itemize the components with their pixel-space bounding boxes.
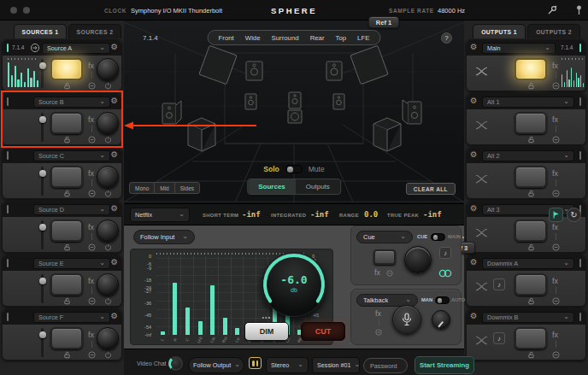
- cue-toggle-right-label[interactable]: MAIN: [448, 234, 461, 239]
- fx-label[interactable]: fx: [88, 115, 94, 124]
- drag-dots-icon[interactable]: [262, 317, 271, 319]
- lock-icon[interactable]: [63, 243, 71, 251]
- fx-label[interactable]: fx: [88, 331, 94, 339]
- cut-button[interactable]: CUT: [301, 322, 345, 341]
- music-note-icon[interactable]: ♪: [493, 332, 505, 344]
- power-icon[interactable]: [104, 190, 112, 197]
- level-slider[interactable]: [41, 113, 44, 142]
- tab-outputs-1[interactable]: OUTPUTS 1: [473, 24, 526, 38]
- level-knob[interactable]: [97, 166, 119, 188]
- dim-button[interactable]: DIM: [244, 322, 289, 341]
- video-chat-knob[interactable]: [168, 356, 183, 371]
- output-select[interactable]: Downmix A⌄: [482, 258, 574, 269]
- crossfeed-icon[interactable]: [475, 174, 488, 184]
- fx-label[interactable]: fx: [552, 223, 558, 231]
- cue-level-knob[interactable]: [404, 246, 432, 273]
- crossfeed-icon[interactable]: [475, 67, 488, 76]
- view-tab-lfe[interactable]: LFE: [357, 34, 369, 42]
- level-slider[interactable]: [41, 274, 44, 303]
- view-tab-top[interactable]: Top: [336, 34, 347, 42]
- level-slider[interactable]: [41, 220, 44, 249]
- monitor-pad-button[interactable]: [514, 166, 547, 188]
- monitor-pad-button[interactable]: [514, 220, 547, 242]
- tab-outputs-mode[interactable]: Outputs: [296, 179, 340, 194]
- video-chat-output-select[interactable]: Follow Output⌄: [188, 357, 244, 373]
- fx-label[interactable]: fx: [88, 223, 94, 231]
- music-note-icon[interactable]: ♪: [493, 278, 505, 290]
- lock-icon[interactable]: [63, 297, 71, 305]
- start-streaming-button[interactable]: Start Streaming: [415, 356, 474, 374]
- monitor-pad-button[interactable]: [514, 112, 547, 134]
- level-knob[interactable]: [97, 58, 119, 80]
- source-select[interactable]: Source A⌄: [42, 43, 110, 54]
- power-icon[interactable]: [104, 351, 112, 359]
- power-icon[interactable]: [104, 297, 112, 305]
- gear-icon[interactable]: ⚙: [470, 43, 478, 51]
- power-icon[interactable]: [104, 82, 112, 90]
- gear-icon[interactable]: ⚙: [110, 204, 118, 213]
- monitor-pad-button[interactable]: [514, 58, 547, 80]
- gear-icon[interactable]: ⚙: [470, 204, 478, 213]
- monitor-pad-button[interactable]: [514, 327, 547, 349]
- bypass-icon[interactable]: [88, 243, 96, 251]
- speaker-room-visualizer[interactable]: 7.1.4 Front Wide Surround Rear Top LFE ?…: [124, 21, 464, 203]
- level-knob[interactable]: [97, 112, 119, 134]
- power-icon[interactable]: [104, 136, 112, 144]
- mono-button[interactable]: Mono: [130, 183, 155, 193]
- crossfeed-icon[interactable]: [475, 336, 488, 345]
- fx-label[interactable]: fx: [552, 169, 558, 178]
- source-select[interactable]: Source F⌄: [33, 312, 110, 323]
- solo-mute-toggle[interactable]: [285, 165, 303, 173]
- level-slider[interactable]: [41, 59, 44, 88]
- fx-label[interactable]: fx: [552, 331, 558, 339]
- crossfeed-icon[interactable]: [475, 282, 488, 291]
- binaural-icon[interactable]: [438, 269, 453, 278]
- monitor-pad-button[interactable]: [514, 273, 547, 296]
- music-note-icon[interactable]: ♪: [439, 247, 451, 259]
- clear-all-button[interactable]: CLEAR ALL: [406, 183, 456, 195]
- level-knob[interactable]: [97, 327, 119, 349]
- view-tab-surround[interactable]: Surround: [272, 34, 299, 42]
- lock-icon[interactable]: [63, 351, 71, 359]
- level-slider[interactable]: [41, 328, 44, 357]
- sides-button[interactable]: Sides: [175, 183, 199, 193]
- view-tab-front[interactable]: Front: [219, 34, 234, 42]
- monitor-input-select[interactable]: Follow Input⌄: [133, 230, 195, 244]
- output-select[interactable]: Downmix B⌄: [482, 312, 574, 323]
- gear-icon[interactable]: ⚙: [470, 150, 478, 159]
- lock-icon[interactable]: [63, 136, 71, 144]
- cue-main-toggle[interactable]: [431, 233, 445, 241]
- fx-label[interactable]: fx: [88, 277, 94, 285]
- output-select[interactable]: Main⌄: [482, 43, 556, 54]
- gear-icon[interactable]: ⚙: [110, 312, 118, 320]
- lock-icon[interactable]: [527, 136, 535, 144]
- bypass-icon[interactable]: [88, 136, 96, 144]
- loudness-preset-select[interactable]: Netflix⌄: [130, 208, 190, 222]
- binaural-render-icon[interactable]: [249, 357, 262, 369]
- bypass-icon[interactable]: [88, 351, 96, 359]
- cue-pad-button[interactable]: [373, 249, 396, 265]
- lock-icon[interactable]: [527, 82, 535, 90]
- bypass-icon[interactable]: [552, 297, 560, 305]
- lock-icon[interactable]: [527, 243, 535, 251]
- monitor-pad-button[interactable]: [50, 273, 83, 296]
- view-tab-wide[interactable]: Wide: [245, 34, 261, 42]
- meter-reset-icon[interactable]: ↻: [567, 208, 581, 222]
- bypass-icon[interactable]: [375, 329, 382, 336]
- talkback-toggle-left-label[interactable]: MAN: [421, 297, 432, 302]
- bypass-icon[interactable]: [88, 82, 96, 90]
- stream-format-select[interactable]: Stereo⌄: [266, 357, 309, 373]
- fx-label[interactable]: fx: [552, 277, 558, 285]
- bypass-icon[interactable]: [552, 351, 560, 359]
- monitor-pad-button[interactable]: [50, 166, 83, 188]
- level-slider[interactable]: [41, 167, 44, 196]
- bypass-icon[interactable]: [88, 190, 96, 197]
- power-icon[interactable]: [104, 243, 112, 251]
- pin-icon[interactable]: [574, 5, 584, 15]
- fx-label[interactable]: fx: [374, 268, 380, 277]
- monitor-pad-button[interactable]: [50, 327, 83, 349]
- bypass-icon[interactable]: [552, 243, 560, 251]
- output-select[interactable]: Alt 1⌄: [482, 97, 574, 108]
- monitor-pad-button[interactable]: [50, 220, 83, 242]
- gear-icon[interactable]: ⚙: [470, 258, 478, 267]
